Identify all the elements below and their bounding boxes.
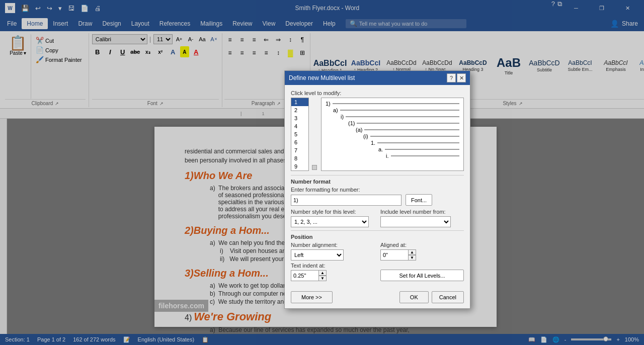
level-area: 1 2 3 4 5 6 7 8 9 1) [291, 98, 464, 171]
more-button[interactable]: More >> [291, 291, 333, 303]
aligned-at-spinner: ▲ ▼ [408, 249, 416, 261]
dialog-help-button[interactable]: ? [447, 73, 456, 82]
level-1[interactable]: 1 [291, 98, 308, 106]
dialog-body: Click level to modify: 1 2 3 4 5 6 7 8 9 [285, 85, 470, 288]
preview-line-9: i. [386, 153, 459, 159]
alignment-select-row: Left Center Right [291, 249, 374, 261]
enter-formatting-label: Enter formatting for number: [291, 187, 464, 193]
ok-button[interactable]: OK [399, 291, 429, 303]
preview-line-3: i) [341, 114, 459, 120]
level-scroll [312, 98, 318, 171]
text-indent-input-row: ▲ ▼ [291, 270, 374, 281]
divider-2 [291, 230, 464, 231]
divider-1 [291, 175, 464, 176]
aligned-at-input-row: ▲ ▼ [380, 249, 464, 261]
level-6[interactable]: 6 [291, 138, 308, 146]
preview-line-8: a. [378, 146, 459, 152]
level-preview: 1) a) i) (1) (a) (i) [321, 98, 464, 171]
aligned-at-spin-down[interactable]: ▼ [408, 255, 416, 261]
style-include-row: Number style for this level: 1, 2, 3, ..… [291, 209, 464, 227]
text-indent-row: Text indent at: ▲ ▼ Set for All Levels..… [291, 263, 464, 281]
ok-cancel-buttons: OK Cancel [399, 291, 464, 303]
dialog-close-button[interactable]: ✕ [457, 73, 466, 82]
preview-line-4: (1) [348, 120, 459, 126]
number-alignment-label: Number alignment: [291, 242, 374, 248]
set-for-all-section: Set for All Levels... [380, 270, 464, 281]
preview-line-5: (a) [356, 127, 459, 133]
text-indent-label: Text indent at: [291, 263, 374, 269]
include-level-select[interactable] [380, 216, 451, 227]
number-style-section: Number style for this level: 1, 2, 3, ..… [291, 209, 374, 227]
cancel-button[interactable]: Cancel [432, 291, 464, 303]
number-format-heading: Number format [291, 179, 464, 185]
level-8[interactable]: 8 [291, 154, 308, 162]
aligned-at-input[interactable] [380, 249, 408, 261]
dialog-footer: More >> OK Cancel [285, 288, 470, 308]
click-level-label: Click level to modify: [291, 90, 464, 96]
dialog-window-controls: ? ✕ [447, 73, 466, 82]
dialog-title-bar: Define new Multilevel list ? ✕ [285, 71, 470, 85]
position-row: Number alignment: Left Center Right Alig… [291, 242, 464, 261]
number-alignment-select[interactable]: Left Center Right [291, 249, 344, 261]
level-5[interactable]: 5 [291, 130, 308, 138]
level-list: 1 2 3 4 5 6 7 8 9 [291, 98, 309, 171]
number-style-label: Number style for this level: [291, 209, 374, 215]
level-3[interactable]: 3 [291, 114, 308, 122]
text-indent-spinner: ▲ ▼ [318, 270, 327, 281]
preview-line-7: 1. [371, 140, 459, 146]
define-multilevel-dialog: Define new Multilevel list ? ✕ Click lev… [284, 70, 470, 309]
level-4[interactable]: 4 [291, 122, 308, 130]
text-indent-spin-up[interactable]: ▲ [318, 270, 327, 276]
formatting-input[interactable] [291, 195, 401, 206]
level-scroll-thumb[interactable] [312, 165, 317, 170]
aligned-at-spin-up[interactable]: ▲ [408, 249, 416, 255]
level-7[interactable]: 7 [291, 146, 308, 154]
number-style-select[interactable]: 1, 2, 3, ... [291, 216, 369, 227]
formatting-input-row: Font... [291, 194, 464, 206]
preview-line-1: 1) [326, 101, 459, 107]
preview-line-2: a) [333, 107, 459, 113]
dialog-overlay: Define new Multilevel list ? ✕ Click lev… [0, 0, 644, 345]
include-level-label: Include level number from: [380, 209, 464, 215]
text-indent-spin-down[interactable]: ▼ [318, 276, 327, 281]
set-for-all-button[interactable]: Set for All Levels... [380, 270, 464, 281]
aligned-at-label: Aligned at: [380, 242, 464, 248]
text-indent-input[interactable] [291, 270, 318, 281]
dialog-title-text: Define new Multilevel list [289, 74, 355, 81]
number-alignment-section: Number alignment: Left Center Right [291, 242, 374, 261]
level-9[interactable]: 9 [291, 162, 308, 170]
text-indent-section: Text indent at: ▲ ▼ [291, 263, 374, 281]
font-button[interactable]: Font... [406, 194, 432, 206]
preview-line-6: (i) [363, 133, 459, 139]
include-level-section: Include level number from: [380, 209, 464, 227]
number-style-select-row: 1, 2, 3, ... [291, 216, 374, 227]
include-level-select-row [380, 216, 464, 227]
aligned-at-section: Aligned at: ▲ ▼ [380, 242, 464, 261]
position-heading: Position [291, 234, 464, 240]
level-2[interactable]: 2 [291, 106, 308, 114]
